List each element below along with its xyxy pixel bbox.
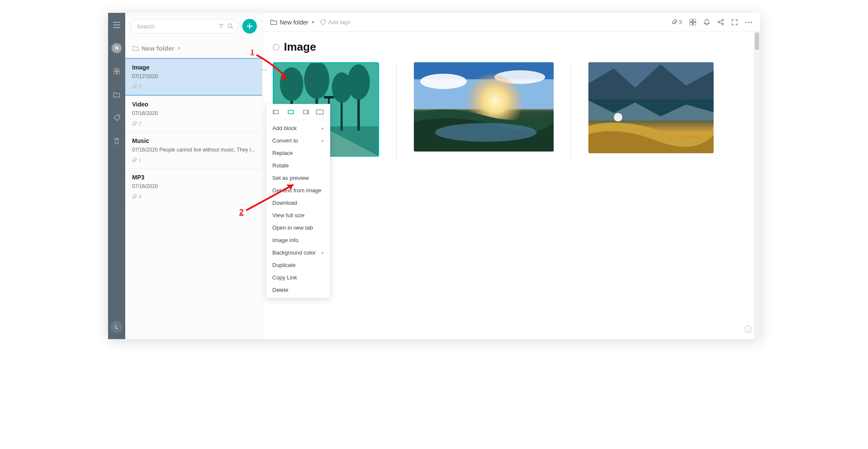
breadcrumb[interactable]: New folder ▼ — [270, 19, 315, 26]
ctx-replace[interactable]: Replace — [266, 147, 330, 159]
size-align-right-icon[interactable] — [301, 109, 310, 115]
list-item[interactable]: Image 07/17/2020 3 — [125, 58, 262, 96]
emoji-icon[interactable] — [744, 325, 752, 333]
search-icon[interactable] — [227, 23, 233, 29]
share-icon[interactable] — [717, 19, 724, 25]
apps-icon[interactable] — [112, 66, 122, 76]
search-box[interactable] — [130, 19, 238, 33]
chevron-right-icon: ▸ — [322, 250, 324, 255]
svg-rect-38 — [274, 110, 278, 114]
svg-point-23 — [280, 67, 304, 101]
ctx-set-preview[interactable]: Set as preview — [266, 172, 330, 184]
ctx-copy-link[interactable]: Copy Link — [266, 271, 330, 284]
main-topbar: New folder ▼ Add tags 3 — [262, 13, 760, 32]
svg-point-16 — [750, 21, 752, 23]
ctx-bg-color[interactable]: Background color▸ — [266, 246, 330, 259]
add-tags-label: Add tags — [329, 19, 350, 25]
folder-header[interactable]: New folder ▼ — [125, 39, 262, 58]
image-2[interactable] — [414, 62, 554, 152]
content: Image ⋯ — [262, 32, 760, 173]
top-actions: 3 — [672, 19, 752, 25]
list-item-att: 2 — [139, 121, 142, 127]
filter-icon[interactable] — [219, 24, 224, 29]
list-item-title: Video — [132, 101, 255, 108]
size-full-icon[interactable] — [316, 109, 324, 115]
svg-rect-2 — [114, 72, 116, 74]
ctx-download[interactable]: Download — [266, 197, 330, 209]
tag-icon[interactable] — [112, 112, 122, 123]
list-item-title: Music — [132, 137, 255, 144]
context-size-row — [266, 104, 330, 120]
paperclip-icon — [132, 194, 137, 199]
svg-point-26 — [347, 64, 370, 100]
ctx-get-text[interactable]: Get text from image — [266, 184, 330, 197]
size-align-left-icon[interactable] — [272, 109, 280, 115]
main-area: New folder ▼ Add tags 3 Image — [262, 13, 760, 339]
paperclip-icon — [132, 121, 137, 126]
sidebar: New folder ▼ Image 07/17/2020 3 Video 07… — [125, 13, 262, 339]
chevron-down-icon: ▼ — [311, 20, 315, 24]
add-button[interactable] — [242, 19, 257, 33]
context-menu-list: Add block▸ Convert to▸ Replace Rotate Se… — [266, 120, 330, 298]
svg-point-4 — [118, 116, 118, 117]
ctx-image-info[interactable]: Image info — [266, 234, 330, 246]
user-avatar-top[interactable]: N — [112, 43, 122, 53]
svg-point-5 — [228, 24, 232, 28]
bell-icon[interactable] — [704, 19, 710, 25]
list-item-date: 07/16/2020 — [132, 183, 255, 189]
trash-icon[interactable] — [112, 136, 122, 146]
svg-rect-39 — [288, 110, 293, 114]
add-tags-button[interactable]: Add tags — [320, 19, 350, 25]
image-more-handle[interactable]: ⋯ — [261, 66, 268, 74]
svg-point-6 — [324, 21, 325, 21]
context-menu: Add block▸ Convert to▸ Replace Rotate Se… — [266, 104, 330, 298]
list-item-date: 07/16/2020 — [132, 110, 255, 116]
breadcrumb-label: New folder — [280, 19, 308, 26]
user-avatar-bottom[interactable]: L — [111, 321, 123, 333]
chevron-right-icon: ▸ — [322, 138, 324, 143]
ctx-add-block[interactable]: Add block▸ — [266, 122, 330, 134]
app-shell: N L — [108, 13, 760, 339]
svg-point-44 — [749, 328, 750, 329]
folder-icon[interactable] — [112, 89, 122, 100]
list-item[interactable]: Video 07/16/2020 2 — [125, 96, 262, 132]
svg-rect-10 — [693, 23, 696, 25]
image-row: ⋯ — [270, 62, 752, 166]
svg-rect-0 — [114, 68, 116, 71]
paperclip-icon — [132, 158, 137, 163]
list-item-att: 4 — [139, 194, 142, 200]
title-bullet[interactable] — [273, 44, 280, 51]
expand-icon[interactable] — [732, 19, 738, 25]
size-medium-icon[interactable] — [286, 109, 295, 115]
svg-point-15 — [748, 21, 749, 23]
svg-point-42 — [745, 326, 752, 333]
svg-point-31 — [420, 74, 467, 89]
image-3[interactable] — [588, 62, 714, 153]
svg-rect-8 — [693, 19, 696, 21]
svg-rect-3 — [117, 72, 120, 74]
svg-rect-9 — [690, 23, 692, 25]
list-item[interactable]: Music 07/16/2020 People cannot live with… — [125, 132, 262, 169]
list-item-title: MP3 — [132, 174, 255, 181]
paperclip-icon — [132, 84, 137, 89]
svg-point-43 — [747, 328, 747, 329]
ctx-view-full[interactable]: View full size — [266, 209, 330, 221]
menu-icon[interactable] — [112, 20, 122, 30]
ctx-convert-to[interactable]: Convert to▸ — [266, 134, 330, 147]
ctx-duplicate[interactable]: Duplicate — [266, 259, 330, 271]
list-item-att: 1 — [139, 157, 142, 163]
svg-rect-1 — [117, 68, 120, 71]
attachments-button[interactable]: 3 — [672, 19, 682, 25]
attachments-count: 3 — [679, 19, 682, 25]
list-item[interactable]: MP3 07/16/2020 4 — [125, 169, 262, 205]
search-input[interactable] — [137, 23, 219, 30]
ctx-delete[interactable]: Delete — [266, 284, 330, 296]
svg-point-14 — [745, 21, 747, 23]
svg-rect-7 — [690, 19, 692, 21]
more-icon[interactable] — [745, 21, 752, 23]
ctx-open-tab[interactable]: Open in new tab — [266, 221, 330, 234]
layout-icon[interactable] — [690, 19, 696, 25]
ctx-rotate[interactable]: Rotate — [266, 159, 330, 172]
list-item-date: 07/17/2020 — [132, 73, 255, 79]
svg-point-34 — [435, 123, 536, 142]
